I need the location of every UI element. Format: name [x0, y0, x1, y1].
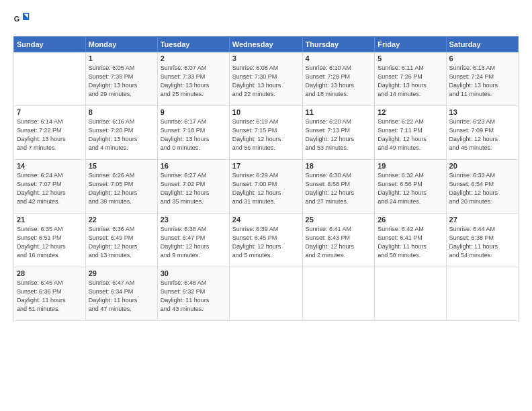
calendar-table: SundayMondayTuesdayWednesdayThursdayFrid…	[13, 36, 519, 321]
day-number: 6	[449, 54, 515, 62]
day-number: 28	[17, 269, 83, 277]
day-number: 25	[306, 216, 372, 224]
calendar-week-4: 21Sunrise: 6:35 AMSunset: 6:51 PMDayligh…	[14, 214, 519, 267]
calendar-cell: 3Sunrise: 6:08 AMSunset: 7:30 PMDaylight…	[229, 52, 302, 106]
day-header-tuesday: Tuesday	[157, 37, 229, 52]
calendar-cell: 6Sunrise: 6:13 AMSunset: 7:24 PMDaylight…	[446, 52, 518, 106]
calendar-cell	[14, 52, 86, 106]
day-header-monday: Monday	[85, 37, 157, 52]
calendar-cell: 30Sunrise: 6:48 AMSunset: 6:32 PMDayligh…	[157, 267, 229, 321]
day-info: Sunrise: 6:35 AMSunset: 6:51 PMDaylight:…	[17, 225, 83, 260]
calendar-cell: 26Sunrise: 6:42 AMSunset: 6:41 PMDayligh…	[375, 214, 446, 267]
calendar-cell: 29Sunrise: 6:47 AMSunset: 6:34 PMDayligh…	[85, 267, 157, 321]
calendar-cell	[375, 267, 446, 321]
calendar-cell: 2Sunrise: 6:07 AMSunset: 7:33 PMDaylight…	[157, 52, 229, 106]
day-info: Sunrise: 6:32 AMSunset: 6:56 PMDaylight:…	[378, 171, 443, 206]
page-header: G	[13, 11, 519, 30]
day-info: Sunrise: 6:41 AMSunset: 6:43 PMDaylight:…	[306, 225, 372, 260]
day-number: 24	[232, 216, 300, 224]
day-number: 30	[161, 269, 226, 277]
day-info: Sunrise: 6:22 AMSunset: 7:11 PMDaylight:…	[378, 118, 443, 152]
day-info: Sunrise: 6:47 AMSunset: 6:34 PMDaylight:…	[89, 279, 154, 314]
day-header-thursday: Thursday	[302, 37, 375, 52]
calendar-cell: 13Sunrise: 6:23 AMSunset: 7:09 PMDayligh…	[446, 106, 518, 160]
day-number: 29	[89, 269, 154, 277]
day-info: Sunrise: 6:38 AMSunset: 6:47 PMDaylight:…	[161, 225, 226, 260]
calendar-cell: 16Sunrise: 6:27 AMSunset: 7:02 PMDayligh…	[157, 160, 229, 214]
calendar-cell: 5Sunrise: 6:11 AMSunset: 7:26 PMDaylight…	[375, 52, 446, 106]
day-number: 16	[161, 162, 226, 170]
day-number: 5	[378, 54, 443, 62]
day-number: 13	[449, 108, 515, 116]
day-info: Sunrise: 6:36 AMSunset: 6:49 PMDaylight:…	[89, 225, 154, 260]
calendar-cell: 7Sunrise: 6:14 AMSunset: 7:22 PMDaylight…	[14, 106, 86, 160]
day-header-sunday: Sunday	[14, 37, 86, 52]
day-number: 7	[17, 108, 83, 116]
day-number: 11	[306, 108, 372, 116]
calendar-cell: 4Sunrise: 6:10 AMSunset: 7:28 PMDaylight…	[302, 52, 375, 106]
day-info: Sunrise: 6:30 AMSunset: 6:58 PMDaylight:…	[306, 171, 372, 206]
day-number: 22	[89, 216, 154, 224]
calendar-cell: 10Sunrise: 6:19 AMSunset: 7:15 PMDayligh…	[229, 106, 302, 160]
calendar-cell: 21Sunrise: 6:35 AMSunset: 6:51 PMDayligh…	[14, 214, 86, 267]
day-info: Sunrise: 6:39 AMSunset: 6:45 PMDaylight:…	[232, 225, 300, 260]
logo: G	[13, 11, 35, 30]
calendar-week-2: 7Sunrise: 6:14 AMSunset: 7:22 PMDaylight…	[14, 106, 519, 160]
day-number: 12	[378, 108, 443, 116]
calendar-cell: 17Sunrise: 6:29 AMSunset: 7:00 PMDayligh…	[229, 160, 302, 214]
calendar-cell: 18Sunrise: 6:30 AMSunset: 6:58 PMDayligh…	[302, 160, 375, 214]
calendar-cell: 22Sunrise: 6:36 AMSunset: 6:49 PMDayligh…	[85, 214, 157, 267]
day-info: Sunrise: 6:45 AMSunset: 6:36 PMDaylight:…	[17, 279, 83, 314]
calendar-cell: 8Sunrise: 6:16 AMSunset: 7:20 PMDaylight…	[85, 106, 157, 160]
logo-icon: G	[13, 11, 32, 30]
calendar-cell: 1Sunrise: 6:05 AMSunset: 7:35 PMDaylight…	[85, 52, 157, 106]
calendar-cell	[446, 267, 518, 321]
day-number: 4	[306, 54, 372, 62]
day-header-friday: Friday	[375, 37, 446, 52]
day-number: 10	[232, 108, 300, 116]
day-info: Sunrise: 6:13 AMSunset: 7:24 PMDaylight:…	[449, 64, 515, 99]
day-number: 8	[89, 108, 154, 116]
calendar-cell: 27Sunrise: 6:44 AMSunset: 6:38 PMDayligh…	[446, 214, 518, 267]
day-info: Sunrise: 6:42 AMSunset: 6:41 PMDaylight:…	[378, 225, 443, 260]
day-info: Sunrise: 6:08 AMSunset: 7:30 PMDaylight:…	[232, 64, 300, 99]
day-number: 20	[449, 162, 515, 170]
day-info: Sunrise: 6:27 AMSunset: 7:02 PMDaylight:…	[161, 171, 226, 206]
day-number: 2	[161, 54, 226, 62]
calendar-week-1: 1Sunrise: 6:05 AMSunset: 7:35 PMDaylight…	[14, 52, 519, 106]
day-number: 27	[449, 216, 515, 224]
day-number: 1	[89, 54, 154, 62]
day-number: 15	[89, 162, 154, 170]
day-info: Sunrise: 6:19 AMSunset: 7:15 PMDaylight:…	[232, 118, 300, 152]
day-number: 17	[232, 162, 300, 170]
day-number: 21	[17, 216, 83, 224]
day-info: Sunrise: 6:33 AMSunset: 6:54 PMDaylight:…	[449, 171, 515, 206]
day-number: 9	[161, 108, 226, 116]
day-number: 23	[161, 216, 226, 224]
calendar-cell: 11Sunrise: 6:20 AMSunset: 7:13 PMDayligh…	[302, 106, 375, 160]
calendar-cell	[229, 267, 302, 321]
calendar-header-row: SundayMondayTuesdayWednesdayThursdayFrid…	[14, 37, 519, 52]
calendar-cell: 9Sunrise: 6:17 AMSunset: 7:18 PMDaylight…	[157, 106, 229, 160]
day-number: 3	[232, 54, 300, 62]
calendar-week-5: 28Sunrise: 6:45 AMSunset: 6:36 PMDayligh…	[14, 267, 519, 321]
day-info: Sunrise: 6:24 AMSunset: 7:07 PMDaylight:…	[17, 171, 83, 206]
calendar-cell: 12Sunrise: 6:22 AMSunset: 7:11 PMDayligh…	[375, 106, 446, 160]
day-number: 26	[378, 216, 443, 224]
calendar-cell: 14Sunrise: 6:24 AMSunset: 7:07 PMDayligh…	[14, 160, 86, 214]
calendar-cell: 25Sunrise: 6:41 AMSunset: 6:43 PMDayligh…	[302, 214, 375, 267]
calendar-cell	[302, 267, 375, 321]
day-info: Sunrise: 6:14 AMSunset: 7:22 PMDaylight:…	[17, 118, 83, 152]
calendar-cell: 19Sunrise: 6:32 AMSunset: 6:56 PMDayligh…	[375, 160, 446, 214]
day-number: 18	[306, 162, 372, 170]
calendar-cell: 24Sunrise: 6:39 AMSunset: 6:45 PMDayligh…	[229, 214, 302, 267]
day-info: Sunrise: 6:16 AMSunset: 7:20 PMDaylight:…	[89, 118, 154, 152]
calendar-cell: 20Sunrise: 6:33 AMSunset: 6:54 PMDayligh…	[446, 160, 518, 214]
day-number: 19	[378, 162, 443, 170]
day-info: Sunrise: 6:26 AMSunset: 7:05 PMDaylight:…	[89, 171, 154, 206]
day-info: Sunrise: 6:07 AMSunset: 7:33 PMDaylight:…	[161, 64, 226, 99]
day-header-wednesday: Wednesday	[229, 37, 302, 52]
day-info: Sunrise: 6:23 AMSunset: 7:09 PMDaylight:…	[449, 118, 515, 152]
day-number: 14	[17, 162, 83, 170]
day-info: Sunrise: 6:20 AMSunset: 7:13 PMDaylight:…	[306, 118, 372, 152]
